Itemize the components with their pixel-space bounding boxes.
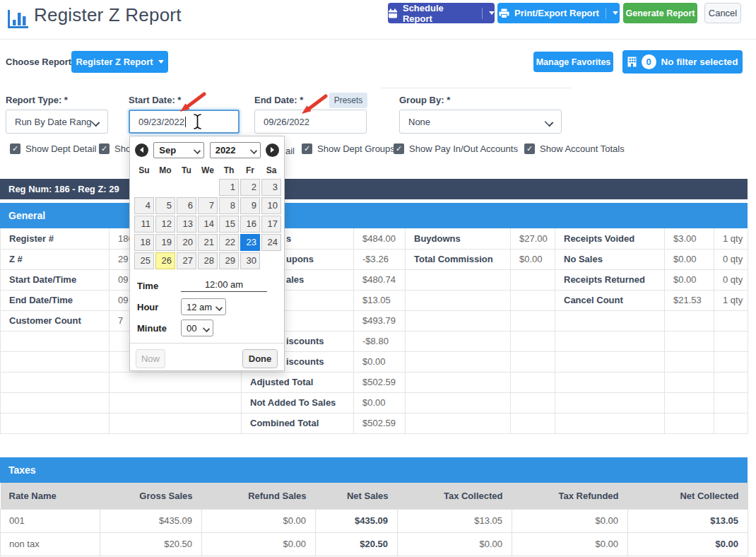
calendar-day[interactable]: 22 (219, 234, 239, 251)
manage-favorites-button[interactable]: Manage Favorites (533, 52, 613, 72)
minute-select[interactable]: 00 (181, 319, 213, 336)
calendar-day[interactable]: 18 (134, 234, 154, 251)
calendar-day[interactable]: 11 (134, 216, 154, 233)
checkbox-box[interactable]: ✓ (99, 143, 110, 154)
calendar-day[interactable]: 7 (198, 197, 218, 214)
calendar-day[interactable]: 21 (198, 234, 218, 251)
checkbox-sho[interactable]: ✓Sho (99, 143, 131, 154)
checkbox-show-dept-detail[interactable]: ✓Show Dept Detail (10, 143, 96, 154)
hour-select[interactable]: 12 am (181, 298, 226, 315)
calendar-day[interactable]: 10 (261, 197, 281, 214)
panel-border-segment (382, 88, 571, 88)
calendar-day[interactable]: 14 (198, 216, 218, 233)
presets-button[interactable]: Presets (329, 93, 367, 108)
now-label: Now (141, 353, 160, 364)
calendar-day[interactable]: 12 (155, 216, 175, 233)
start-date-value: 09/23/2022 (138, 117, 184, 127)
taxes-header-cell: Rate Name (1, 483, 100, 509)
month-select[interactable]: Sep (153, 142, 204, 158)
group-by-select[interactable]: None (399, 110, 562, 134)
calendar-day[interactable]: 1 (219, 179, 239, 196)
chevron-down-icon[interactable] (613, 11, 618, 15)
done-button[interactable]: Done (242, 349, 278, 368)
table-row: Customer Count7$493.79 (1, 310, 748, 331)
checkbox-box[interactable]: ✓ (524, 143, 535, 154)
report-type-select[interactable]: Run By Date Rang (6, 110, 108, 134)
previous-month-button[interactable] (135, 143, 148, 157)
filter-button[interactable]: 0 No filter selected (622, 50, 743, 74)
start-date-input[interactable]: 09/23/2022 (129, 110, 240, 134)
calendar-day[interactable]: 30 (240, 252, 260, 269)
group-by-value: None (408, 117, 430, 127)
general-label-cell (406, 392, 511, 413)
calendar-day[interactable]: 16 (240, 216, 260, 233)
calendar-day[interactable]: 6 (177, 197, 196, 214)
cancel-button[interactable]: Cancel (704, 3, 741, 23)
calendar-day[interactable]: 19 (155, 234, 175, 251)
general-value-cell: $484.00 (354, 228, 406, 249)
general-value-cell: $493.79 (354, 310, 406, 331)
hour-row: Hour 12 am (137, 298, 277, 316)
checkbox-label: Show Account Totals (540, 143, 625, 154)
table-row: 001$435.09$0.00$435.09$13.05$0.00$13.05 (1, 509, 748, 532)
generate-report-label: Generate Report (626, 8, 695, 18)
taxes-value-cell: $435.09 (100, 509, 202, 532)
general-table: Register #186s$484.00Buydowns$27.00Recei… (0, 228, 748, 434)
now-button[interactable]: Now (136, 349, 165, 368)
taxes-value-cell: $0.00 (202, 532, 316, 556)
report-picker-button[interactable]: Register Z Report (71, 51, 168, 73)
calendar-day[interactable]: 17 (261, 216, 281, 233)
calendar-day[interactable]: 4 (134, 197, 154, 214)
calendar-day[interactable]: 25 (134, 252, 154, 269)
calendar-day[interactable]: 9 (240, 197, 260, 214)
calendar-day[interactable]: 3 (261, 179, 281, 196)
calendar-day[interactable]: 5 (155, 197, 175, 214)
general-value-cell: 0 qty (714, 269, 748, 290)
calendar-day[interactable]: 28 (198, 252, 218, 269)
calendar-day[interactable]: 15 (219, 216, 239, 233)
general-label-cell (406, 372, 511, 392)
print-export-button[interactable]: Print/Export Report (497, 3, 620, 23)
general-label-cell (406, 290, 511, 310)
general-value-cell: $27.00 (511, 228, 555, 249)
general-value-cell: $0.00 (665, 269, 714, 290)
calendar-day[interactable]: 2 (240, 179, 260, 196)
checkbox-show-account-totals[interactable]: ✓Show Account Totals (524, 143, 625, 154)
next-month-button[interactable] (266, 143, 279, 157)
calendar-day[interactable]: 24 (261, 234, 281, 251)
general-label-cell (406, 351, 511, 372)
taxes-value-cell: $0.00 (628, 532, 748, 556)
calendar-day[interactable]: 13 (177, 216, 196, 233)
check-icon: ✓ (304, 145, 310, 153)
taxes-section-bar: Taxes (0, 457, 748, 483)
checkbox-box[interactable]: ✓ (302, 143, 312, 154)
general-label-cell: Buydowns (406, 228, 511, 249)
checkbox-show-dept-groups[interactable]: ✓Show Dept Groups (302, 143, 395, 154)
generate-report-button[interactable]: Generate Report (623, 3, 697, 23)
end-date-input[interactable]: 09/26/2022 (254, 110, 367, 134)
general-section-title: General (8, 210, 45, 221)
table-row: End Date/Time09$13.05Cancel Count$21.531… (1, 290, 748, 310)
calendar-day[interactable]: 8 (219, 197, 239, 214)
checkbox-show-pay-in-out-accounts[interactable]: ✓Show Pay In/Out Accounts (394, 143, 518, 154)
calendar-day[interactable]: 29 (219, 252, 239, 269)
calendar-day[interactable]: 20 (177, 234, 196, 251)
checkbox-box[interactable]: ✓ (394, 143, 404, 154)
calendar-day[interactable]: 27 (177, 252, 196, 269)
month-value: Sep (159, 145, 176, 156)
calendar-grid: SuMoTuWeThFrSa12345678910111213141516171… (134, 163, 281, 269)
general-value-cell (665, 392, 714, 413)
text-caret (185, 117, 186, 127)
general-label-cell: Z # (1, 249, 110, 269)
year-select[interactable]: 2022 (210, 142, 261, 158)
schedule-report-button[interactable]: Schedule Report (388, 3, 495, 23)
calendar-day[interactable]: 23 (240, 234, 260, 251)
checkbox-box[interactable]: ✓ (10, 143, 20, 154)
taxes-value-cell: non tax (1, 532, 100, 556)
calendar-day[interactable]: 26 (155, 252, 175, 269)
chevron-down-icon[interactable] (489, 11, 495, 15)
day-of-week-header: Su (134, 163, 154, 177)
day-of-week-header: Tu (177, 163, 196, 177)
taxes-value-cell: $13.05 (628, 509, 748, 532)
group-by-label: Group By: * (399, 95, 450, 105)
